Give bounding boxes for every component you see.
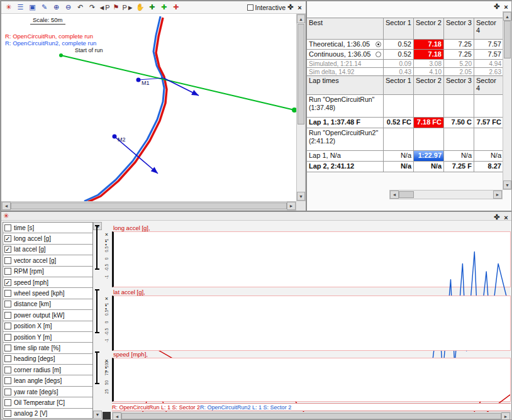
best-cell[interactable]: 5.20 xyxy=(444,60,474,68)
best-row-label[interactable]: Simulated, 1:21.14 xyxy=(307,60,384,68)
lap-cell[interactable]: N/a xyxy=(414,162,444,172)
close-panel-icon[interactable]: × xyxy=(501,213,511,222)
scrollbar-thumb[interactable] xyxy=(11,202,287,209)
scroll-down-icon[interactable]: ▼ xyxy=(93,411,102,419)
graph-zoom-bar[interactable] xyxy=(95,289,99,333)
scroll-up-icon[interactable]: ▲ xyxy=(297,14,305,23)
lap-row-label[interactable]: Lap 2, 2:41.12 xyxy=(307,162,384,172)
best-row-radio[interactable] xyxy=(376,52,381,57)
best-cell[interactable]: 3.08 xyxy=(414,60,444,68)
best-cell[interactable]: 0.52 xyxy=(384,40,414,50)
lap-cell[interactable]: 7.50 C xyxy=(444,118,474,128)
channel-row[interactable]: yaw rate [deg/s] xyxy=(3,387,92,397)
zoom-in-icon[interactable]: ⊕ xyxy=(50,3,62,13)
rotate-left-icon[interactable]: ↶ xyxy=(74,3,86,13)
channel-row[interactable]: analog 2 [V] xyxy=(3,409,92,419)
best-cell[interactable]: 7.25 xyxy=(444,50,474,60)
channel-row[interactable]: ✓lat accel [g] xyxy=(3,245,92,255)
graph-plot[interactable] xyxy=(112,358,511,402)
track-map[interactable]: M1M2Start of run Scale: 50m R: OpenCircu… xyxy=(1,14,296,201)
zoom-out-icon[interactable]: ⊖ xyxy=(62,3,74,13)
rotate-right-icon[interactable]: ↷ xyxy=(86,3,98,13)
channel-row[interactable]: vector accel [g] xyxy=(3,255,92,266)
lap-row-label[interactable]: Lap 1, 1:37.48 F xyxy=(307,118,384,128)
best-cell[interactable]: 7.57 xyxy=(474,50,504,60)
channel-checkbox[interactable] xyxy=(4,345,11,351)
scrollbar-thumb[interactable] xyxy=(399,191,414,198)
scrollbar-grip[interactable] xyxy=(103,412,111,420)
lap-cell[interactable]: N/a xyxy=(384,151,414,162)
best-cell[interactable]: 0.09 xyxy=(384,60,414,68)
scroll-right-icon[interactable]: ► xyxy=(493,191,502,199)
channel-checkbox[interactable] xyxy=(4,410,11,417)
scroll-right-icon[interactable]: ► xyxy=(501,412,510,420)
channel-list-scrollbar[interactable]: ▲ ▼ xyxy=(93,222,102,419)
best-cell[interactable]: 0.52 xyxy=(384,50,414,60)
channel-checkbox[interactable] xyxy=(4,323,11,329)
channel-row[interactable]: ✓long accel [g] xyxy=(3,233,92,244)
best-cell[interactable]: 7.57 xyxy=(474,40,504,50)
add-node-icon[interactable]: ✚ xyxy=(146,3,158,13)
scroll-right-icon[interactable]: ► xyxy=(287,202,296,210)
graph-hscrollbar[interactable]: ◄ ► xyxy=(112,412,511,420)
channel-checkbox[interactable] xyxy=(4,301,11,307)
channel-row[interactable]: time [s] xyxy=(3,223,92,233)
channel-checkbox[interactable] xyxy=(4,312,11,319)
graph-plot[interactable] xyxy=(112,296,511,351)
lap-cell[interactable]: N/a xyxy=(444,151,474,162)
channel-row[interactable]: distance [km] xyxy=(3,299,92,310)
move-panel-icon[interactable]: ✜ xyxy=(492,213,501,222)
channel-row[interactable]: corner radius [m] xyxy=(3,365,92,375)
channel-checkbox[interactable]: ✓ xyxy=(4,279,11,286)
prev-marker-icon[interactable]: ◄P xyxy=(98,3,110,13)
channel-row[interactable]: wheel speed [kph] xyxy=(3,288,92,299)
channel-checkbox[interactable] xyxy=(4,367,11,373)
lap-cell[interactable]: 7.25 F xyxy=(444,162,474,172)
next-marker-icon[interactable]: P► xyxy=(122,3,134,13)
scrollbar-thumb[interactable] xyxy=(298,24,304,124)
interactive-checkbox-box[interactable] xyxy=(247,4,253,11)
best-row-radio[interactable] xyxy=(376,41,381,47)
best-row-label[interactable]: Theoretical, 1:36.05 xyxy=(307,40,384,50)
scroll-left-icon[interactable]: ◄ xyxy=(113,412,121,420)
channel-checkbox[interactable] xyxy=(4,355,11,362)
marker-flag-icon[interactable]: ⚑ xyxy=(110,3,122,13)
scrollbar-thumb[interactable] xyxy=(504,21,511,58)
channel-checkbox[interactable] xyxy=(4,334,11,341)
graph-zoom-bar[interactable] xyxy=(95,351,99,384)
channel-row[interactable]: ✓speed [mph] xyxy=(3,277,92,288)
scroll-left-icon[interactable]: ◄ xyxy=(390,191,399,199)
scroll-down-icon[interactable]: ▼ xyxy=(503,180,511,189)
close-panel-icon[interactable]: × xyxy=(295,3,304,12)
channel-checkbox[interactable] xyxy=(4,377,11,384)
channel-checkbox[interactable] xyxy=(4,389,11,395)
pan-hand-icon[interactable]: ✋ xyxy=(134,3,146,13)
lap-cell[interactable]: 7.57 FC xyxy=(474,118,504,128)
map-hscrollbar[interactable]: ◄ ► xyxy=(1,201,296,211)
insert-node-icon[interactable]: ✚ xyxy=(158,3,170,13)
edit-icon[interactable]: ✎ xyxy=(38,3,50,13)
channel-row[interactable]: position Y [m] xyxy=(3,332,92,343)
lap-cell[interactable]: 1:22.97 xyxy=(414,151,444,162)
lap-cell[interactable]: 8.27 xyxy=(474,162,504,172)
graph-zoom-bar[interactable] xyxy=(95,225,99,270)
map-vscrollbar[interactable]: ▲ ▼ xyxy=(296,14,306,201)
lap-cell[interactable]: 0.52 FC xyxy=(384,118,414,128)
scroll-down-icon[interactable]: ▼ xyxy=(297,192,305,201)
scrollbar-thumb[interactable] xyxy=(121,413,501,419)
run-label[interactable]: Run "OpenCircuitRun" (1:37.48) xyxy=(307,95,384,118)
zoom-window-icon[interactable]: ▣ xyxy=(26,3,38,13)
interactive-checkbox[interactable]: Interactive xyxy=(247,4,286,11)
channel-row[interactable]: time slip rate [%] xyxy=(3,343,92,353)
options-icon[interactable]: ✳ xyxy=(3,3,14,13)
lap-cell[interactable]: N/a xyxy=(474,151,504,162)
scroll-left-icon[interactable]: ◄ xyxy=(2,202,11,210)
scroll-up-icon[interactable]: ▲ xyxy=(503,12,511,21)
best-cell[interactable]: 7.25 xyxy=(444,40,474,50)
move-panel-icon[interactable]: ✜ xyxy=(492,2,501,11)
lap-cell[interactable]: 7.18 FC xyxy=(414,118,444,128)
channel-row[interactable]: position X [m] xyxy=(3,321,92,332)
channel-checkbox[interactable] xyxy=(4,290,11,297)
close-panel-icon[interactable]: × xyxy=(501,2,511,11)
channel-checkbox[interactable] xyxy=(4,399,11,406)
